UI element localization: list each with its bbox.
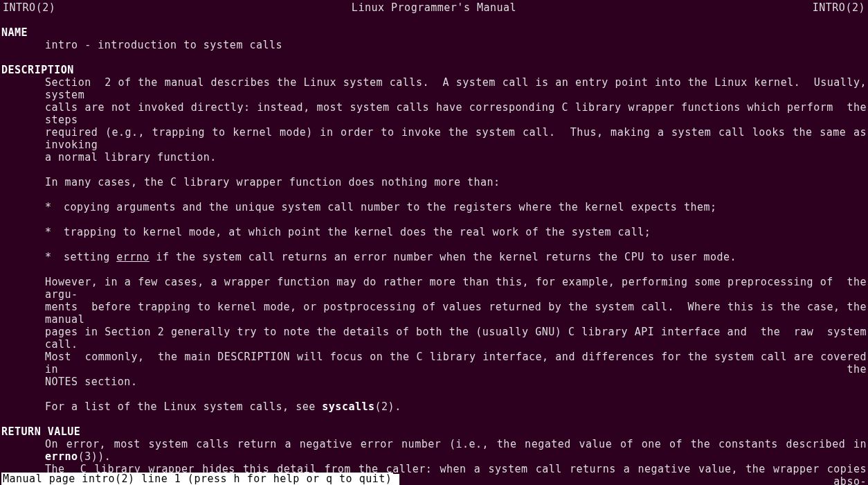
- desc-para1-l4: a normal library function.: [1, 151, 867, 164]
- desc-para3-l1: However, in a few cases, a wrapper funct…: [1, 276, 867, 301]
- header-center: Linux Programmer's Manual: [352, 1, 516, 14]
- desc-para3-l3: pages in Section 2 generally try to note…: [1, 326, 867, 351]
- section-return-heading: RETURN VALUE: [1, 425, 867, 438]
- errno-ref: errno: [45, 450, 78, 463]
- desc-para3-l2: ments before trapping to kernel mode, or…: [1, 301, 867, 326]
- man-header: INTRO(2) Linux Programmer's Manual INTRO…: [1, 1, 867, 14]
- status-bar-container: Manual page intro(2) line 1 (press h for…: [1, 473, 399, 485]
- desc-para1-l3: required (e.g., trapping to kernel mode)…: [1, 126, 867, 151]
- desc-para3-l4: Most commonly, the main DESCRIPTION will…: [1, 351, 867, 376]
- ret-para1-l1: On error, most system calls return a neg…: [1, 438, 867, 463]
- desc-para2: In many cases, the C library wrapper fun…: [1, 176, 867, 188]
- bullet-3: *setting errno if the system call return…: [1, 251, 867, 263]
- syscalls-ref: syscalls: [322, 400, 374, 413]
- status-bar[interactable]: Manual page intro(2) line 1 (press h for…: [1, 473, 393, 485]
- bullet-1-text: copying arguments and the unique system …: [64, 201, 717, 213]
- bullet-3-pre: setting: [64, 251, 116, 263]
- section-name-heading: NAME: [1, 26, 867, 39]
- errno-link: errno: [116, 251, 150, 263]
- desc-para1-l1: Section 2 of the manual describes the Li…: [1, 76, 867, 101]
- man-page-content[interactable]: INTRO(2) Linux Programmer's Manual INTRO…: [1, 1, 867, 485]
- bullet-3-post: if the system call returns an error numb…: [150, 251, 736, 263]
- name-content: intro - introduction to system calls: [1, 39, 867, 51]
- desc-para4-post: (2).: [375, 400, 401, 413]
- desc-para4: For a list of the Linux system calls, se…: [1, 400, 867, 413]
- header-left: INTRO(2): [3, 1, 55, 14]
- section-description-heading: DESCRIPTION: [1, 64, 867, 76]
- desc-para1-l2: calls are not invoked directly: instead,…: [1, 101, 867, 126]
- desc-para3-l5: NOTES section.: [1, 376, 867, 388]
- cursor: [393, 474, 399, 485]
- bullet-1: *copying arguments and the unique system…: [1, 201, 867, 213]
- header-right: INTRO(2): [813, 1, 865, 14]
- bullet-2: *trapping to kernel mode, at which point…: [1, 226, 867, 238]
- desc-para4-pre: For a list of the Linux system calls, se…: [45, 400, 322, 413]
- ret-para1-l1-pre: On error, most system calls return a neg…: [45, 438, 868, 450]
- bullet-2-text: trapping to kernel mode, at which point …: [64, 226, 651, 238]
- ret-para1-l1-post: (3)).: [78, 450, 111, 463]
